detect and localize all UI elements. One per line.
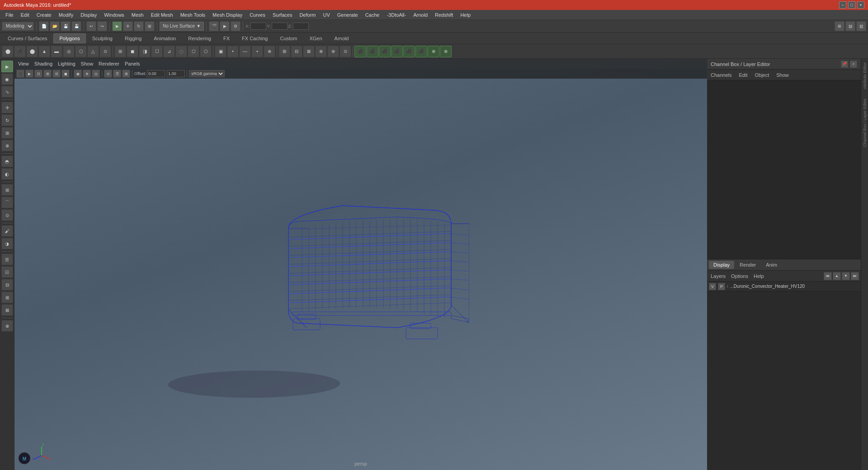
scale-input[interactable] bbox=[167, 70, 185, 77]
vp-select-btn[interactable]: ▶ bbox=[25, 70, 33, 78]
layers-tab-layers[interactable]: Layers bbox=[709, 273, 727, 280]
cube-icon[interactable]: ⬛ bbox=[14, 46, 26, 57]
vp-menu-lighting[interactable]: Lighting bbox=[58, 61, 75, 66]
green1-icon[interactable]: ⬛ bbox=[354, 46, 366, 57]
smooth-preview-icon[interactable]: ◌ bbox=[175, 46, 187, 57]
vp-menu-view[interactable]: View bbox=[18, 61, 29, 66]
ipr-button[interactable]: ▶ bbox=[220, 21, 230, 31]
pipe-icon[interactable]: ⊙ bbox=[99, 46, 111, 57]
vert-mode-icon[interactable]: • bbox=[227, 46, 239, 57]
save-scene-button[interactable]: 💾 bbox=[61, 21, 71, 31]
open-scene-button[interactable]: 📂 bbox=[50, 21, 60, 31]
menu-modify[interactable]: Modify bbox=[55, 11, 77, 19]
gamma-select[interactable]: sRGB gamma bbox=[189, 70, 225, 77]
vp-menu-shading[interactable]: Shading bbox=[34, 61, 52, 66]
render-settings-button[interactable]: ⚙ bbox=[231, 21, 241, 31]
menu-uv[interactable]: UV bbox=[319, 11, 333, 19]
tab-fx-caching[interactable]: FX Caching bbox=[236, 33, 274, 43]
tab-rendering[interactable]: Rendering bbox=[182, 33, 217, 43]
green8-icon[interactable]: ⊗ bbox=[440, 46, 452, 57]
shaded-icon[interactable]: ◼ bbox=[127, 46, 138, 57]
display-layer-btn4[interactable]: ⊞ bbox=[1, 291, 13, 303]
menu-mesh-display[interactable]: Mesh Display bbox=[209, 11, 246, 19]
layers-up-btn[interactable]: ▲ bbox=[833, 272, 841, 280]
normals-icon[interactable]: ⊿ bbox=[163, 46, 175, 57]
no-live-surface-button[interactable]: No Live Surface ▼ bbox=[160, 22, 204, 31]
wireframe-icon[interactable]: ⊞ bbox=[114, 46, 126, 57]
menu-file[interactable]: File bbox=[2, 11, 17, 19]
redo-button[interactable]: ↪ bbox=[97, 21, 107, 31]
snap-grid-btn[interactable]: ⊞ bbox=[1, 184, 13, 196]
vp-menu-show[interactable]: Show bbox=[81, 61, 94, 66]
vp-persp-btn[interactable]: ◉ bbox=[74, 70, 82, 78]
prism-icon[interactable]: ⬡ bbox=[75, 46, 87, 57]
select-tool[interactable]: ▶ bbox=[1, 61, 13, 72]
cage-icon[interactable]: ⬡ bbox=[188, 46, 199, 57]
bevel-icon[interactable]: ⬡ bbox=[200, 46, 212, 57]
scale-tool-button[interactable]: ⊞ bbox=[145, 21, 155, 31]
sculpt-tool[interactable]: ◑ bbox=[1, 238, 13, 249]
fill-icon[interactable]: ⊠ bbox=[303, 46, 315, 57]
tab-xgen[interactable]: XGen bbox=[303, 33, 328, 43]
cb-tab-edit[interactable]: Edit bbox=[737, 71, 749, 79]
vp-menu-renderer[interactable]: Renderer bbox=[99, 61, 119, 66]
torus-icon[interactable]: ◎ bbox=[63, 46, 75, 57]
vp-wire-btn[interactable]: ⊟ bbox=[52, 70, 61, 78]
vp-frame-btn[interactable]: ⊡ bbox=[34, 70, 42, 78]
layout-btn1[interactable]: ⊞ bbox=[835, 21, 844, 31]
tab-animation[interactable]: Animation bbox=[148, 33, 182, 43]
move-tool[interactable]: ✛ bbox=[1, 102, 13, 113]
green4-icon[interactable]: ⬛ bbox=[391, 46, 403, 57]
merge-icon[interactable]: ⊕ bbox=[315, 46, 327, 57]
layers-tab-help[interactable]: Help bbox=[752, 273, 766, 280]
undo-button[interactable]: ↩ bbox=[86, 21, 96, 31]
connect-icon[interactable]: ⊛ bbox=[327, 46, 339, 57]
menu-help[interactable]: Help bbox=[457, 11, 474, 19]
green3-icon[interactable]: ⬛ bbox=[379, 46, 391, 57]
x-input[interactable] bbox=[250, 23, 266, 30]
tab-rigging[interactable]: Rigging bbox=[119, 33, 147, 43]
menu-create[interactable]: Create bbox=[33, 11, 55, 19]
offset-x-input[interactable] bbox=[147, 70, 165, 77]
lasso-tool[interactable]: ∿ bbox=[1, 86, 13, 98]
obj-mode-icon[interactable]: ▣ bbox=[215, 46, 226, 57]
layer-pick-button[interactable]: P bbox=[718, 283, 725, 290]
shaded-wire-icon[interactable]: ◨ bbox=[139, 46, 151, 57]
rotate-tool-button[interactable]: ↻ bbox=[134, 21, 144, 31]
tab-custom[interactable]: Custom bbox=[274, 33, 303, 43]
vp-shade-btn[interactable]: ◼ bbox=[61, 70, 70, 78]
vp-manip3[interactable]: ⊞ bbox=[122, 70, 130, 78]
menu-redshift[interactable]: Redshift bbox=[431, 11, 457, 19]
extrude-icon[interactable]: ⊞ bbox=[278, 46, 290, 57]
display-layer-btn1[interactable]: ☰ bbox=[1, 254, 13, 265]
uvs-icon[interactable]: ☐ bbox=[151, 46, 163, 57]
vp-snap-btn[interactable]: ⊕ bbox=[83, 70, 91, 78]
cb-tab-show[interactable]: Show bbox=[774, 71, 791, 79]
menu-curves[interactable]: Curves bbox=[246, 11, 269, 19]
move-tool-button[interactable]: ✛ bbox=[123, 21, 133, 31]
green7-icon[interactable]: ⊕ bbox=[428, 46, 439, 57]
display-layer-btn5[interactable]: ⊠ bbox=[1, 304, 13, 316]
tab-sculpting[interactable]: Sculpting bbox=[86, 33, 118, 43]
green2-icon[interactable]: ⬛ bbox=[367, 46, 378, 57]
channel-box-sidebar-label[interactable]: Channel Box / Layer Editor bbox=[863, 99, 867, 147]
display-layer-btn2[interactable]: ☷ bbox=[1, 266, 13, 278]
display-layer-btn3[interactable]: ⊟ bbox=[1, 279, 13, 291]
universal-tool[interactable]: ⊕ bbox=[1, 140, 13, 151]
layers-next-btn[interactable]: ⏭ bbox=[851, 272, 859, 280]
maximize-button[interactable]: □ bbox=[848, 1, 855, 9]
workspace-dropdown[interactable]: Modeling bbox=[2, 22, 34, 31]
vp-manip1[interactable]: ⊙ bbox=[104, 70, 112, 78]
menu-arnold[interactable]: Arnold bbox=[410, 11, 431, 19]
show-hide-tool[interactable]: ◐ bbox=[1, 168, 13, 180]
tab-curves-surfaces[interactable]: Curves / Surfaces bbox=[2, 33, 53, 43]
edge-mode-icon[interactable]: — bbox=[239, 46, 251, 57]
close-button[interactable]: × bbox=[857, 1, 864, 9]
menu-edit[interactable]: Edit bbox=[17, 11, 33, 19]
rotate-tool[interactable]: ↻ bbox=[1, 114, 13, 126]
tab-display[interactable]: Display bbox=[709, 261, 734, 269]
vp-menu-panels[interactable]: Panels bbox=[125, 61, 140, 66]
menu-mesh-tools[interactable]: Mesh Tools bbox=[177, 11, 209, 19]
menu-display[interactable]: Display bbox=[77, 11, 100, 19]
tab-arnold[interactable]: Arnold bbox=[329, 33, 355, 43]
